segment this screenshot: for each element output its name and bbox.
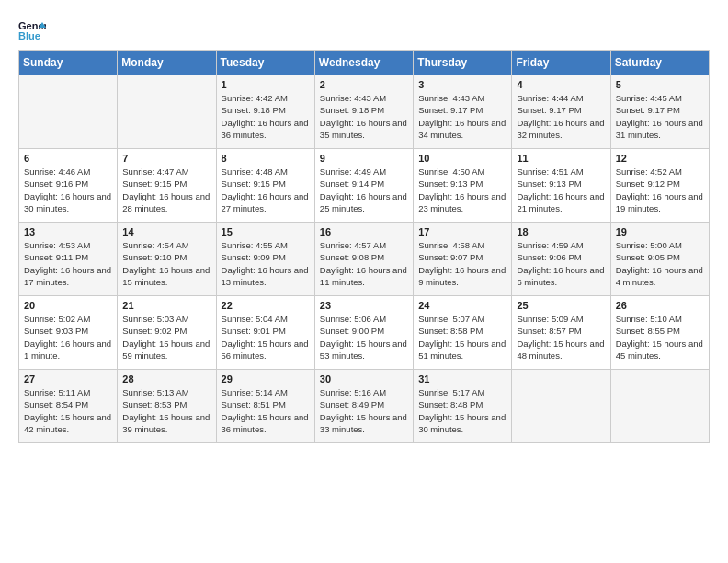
calendar-cell: 27Sunrise: 5:11 AM Sunset: 8:54 PM Dayli… [19, 370, 118, 443]
calendar-cell: 3Sunrise: 4:43 AM Sunset: 9:17 PM Daylig… [414, 75, 512, 149]
column-header-tuesday: Tuesday [216, 51, 314, 75]
day-info: Sunrise: 4:44 AM Sunset: 9:17 PM Dayligh… [517, 92, 605, 141]
day-info: Sunrise: 5:16 AM Sunset: 8:49 PM Dayligh… [320, 386, 408, 435]
day-number: 12 [616, 153, 704, 164]
day-info: Sunrise: 4:58 AM Sunset: 9:07 PM Dayligh… [418, 239, 506, 288]
column-header-wednesday: Wednesday [314, 51, 413, 75]
day-number: 7 [122, 153, 210, 164]
day-info: Sunrise: 4:57 AM Sunset: 9:08 PM Dayligh… [320, 239, 408, 288]
logo: General Blue [18, 18, 50, 40]
day-number: 10 [418, 153, 506, 164]
calendar-cell: 30Sunrise: 5:16 AM Sunset: 8:49 PM Dayli… [314, 370, 413, 443]
day-info: Sunrise: 5:10 AM Sunset: 8:55 PM Dayligh… [616, 313, 704, 362]
calendar-cell: 26Sunrise: 5:10 AM Sunset: 8:55 PM Dayli… [610, 296, 709, 370]
day-info: Sunrise: 5:04 AM Sunset: 9:01 PM Dayligh… [222, 313, 310, 362]
svg-text:Blue: Blue [18, 30, 40, 40]
day-number: 20 [24, 300, 112, 311]
calendar-cell: 19Sunrise: 5:00 AM Sunset: 9:05 PM Dayli… [610, 223, 709, 296]
day-number: 2 [320, 79, 408, 90]
day-number: 21 [122, 300, 210, 311]
calendar-cell: 21Sunrise: 5:03 AM Sunset: 9:02 PM Dayli… [118, 296, 216, 370]
day-info: Sunrise: 4:53 AM Sunset: 9:11 PM Dayligh… [24, 239, 112, 288]
day-info: Sunrise: 5:03 AM Sunset: 9:02 PM Dayligh… [122, 313, 210, 362]
day-info: Sunrise: 5:06 AM Sunset: 9:00 PM Dayligh… [320, 313, 408, 362]
day-number: 29 [222, 373, 310, 385]
calendar-cell: 1Sunrise: 4:42 AM Sunset: 9:18 PM Daylig… [216, 75, 314, 149]
calendar-cell: 15Sunrise: 4:55 AM Sunset: 9:09 PM Dayli… [216, 223, 314, 296]
calendar-cell: 13Sunrise: 4:53 AM Sunset: 9:11 PM Dayli… [19, 223, 118, 296]
column-header-sunday: Sunday [19, 51, 118, 75]
day-number: 28 [122, 373, 210, 385]
day-info: Sunrise: 4:50 AM Sunset: 9:13 PM Dayligh… [418, 166, 506, 214]
day-number: 11 [517, 153, 605, 164]
day-info: Sunrise: 4:52 AM Sunset: 9:12 PM Dayligh… [616, 166, 704, 214]
day-info: Sunrise: 4:55 AM Sunset: 9:09 PM Dayligh… [222, 239, 310, 288]
day-info: Sunrise: 5:02 AM Sunset: 9:03 PM Dayligh… [24, 313, 112, 362]
day-number: 23 [320, 300, 408, 311]
calendar-cell: 12Sunrise: 4:52 AM Sunset: 9:12 PM Dayli… [610, 149, 709, 223]
calendar-week-row: 20Sunrise: 5:02 AM Sunset: 9:03 PM Dayli… [19, 296, 710, 370]
day-info: Sunrise: 5:11 AM Sunset: 8:54 PM Dayligh… [24, 386, 112, 435]
day-number: 31 [418, 373, 506, 385]
day-info: Sunrise: 4:45 AM Sunset: 9:17 PM Dayligh… [616, 92, 704, 141]
day-number: 4 [517, 79, 605, 90]
day-number: 6 [24, 153, 112, 164]
calendar-cell [19, 75, 118, 149]
day-number: 14 [122, 226, 210, 237]
day-number: 27 [24, 373, 112, 385]
calendar-cell: 8Sunrise: 4:48 AM Sunset: 9:15 PM Daylig… [216, 149, 314, 223]
calendar-cell: 20Sunrise: 5:02 AM Sunset: 9:03 PM Dayli… [19, 296, 118, 370]
calendar-cell: 23Sunrise: 5:06 AM Sunset: 9:00 PM Dayli… [314, 296, 413, 370]
day-info: Sunrise: 4:48 AM Sunset: 9:15 PM Dayligh… [222, 166, 310, 214]
column-header-monday: Monday [118, 51, 216, 75]
day-number: 22 [222, 300, 310, 311]
day-number: 13 [24, 226, 112, 237]
calendar-cell: 7Sunrise: 4:47 AM Sunset: 9:15 PM Daylig… [118, 149, 216, 223]
day-number: 26 [616, 300, 704, 311]
calendar-table: SundayMondayTuesdayWednesdayThursdayFrid… [18, 50, 710, 443]
calendar-week-row: 27Sunrise: 5:11 AM Sunset: 8:54 PM Dayli… [19, 370, 710, 443]
day-number: 18 [517, 226, 605, 237]
day-number: 1 [222, 79, 310, 90]
day-number: 16 [320, 226, 408, 237]
calendar-cell: 6Sunrise: 4:46 AM Sunset: 9:16 PM Daylig… [19, 149, 118, 223]
day-info: Sunrise: 4:46 AM Sunset: 9:16 PM Dayligh… [24, 166, 112, 214]
page-header: General Blue [18, 18, 710, 40]
calendar-cell: 10Sunrise: 4:50 AM Sunset: 9:13 PM Dayli… [414, 149, 512, 223]
calendar-cell: 28Sunrise: 5:13 AM Sunset: 8:53 PM Dayli… [118, 370, 216, 443]
day-info: Sunrise: 5:14 AM Sunset: 8:51 PM Dayligh… [222, 386, 310, 435]
calendar-week-row: 1Sunrise: 4:42 AM Sunset: 9:18 PM Daylig… [19, 75, 710, 149]
day-info: Sunrise: 4:59 AM Sunset: 9:06 PM Dayligh… [517, 239, 605, 288]
calendar-cell [512, 370, 610, 443]
day-number: 30 [320, 373, 408, 385]
day-info: Sunrise: 4:49 AM Sunset: 9:14 PM Dayligh… [320, 166, 408, 214]
day-info: Sunrise: 5:13 AM Sunset: 8:53 PM Dayligh… [122, 386, 210, 435]
day-number: 9 [320, 153, 408, 164]
day-info: Sunrise: 5:17 AM Sunset: 8:48 PM Dayligh… [418, 386, 506, 435]
day-info: Sunrise: 4:43 AM Sunset: 9:18 PM Dayligh… [320, 92, 408, 141]
logo-icon: General Blue [18, 18, 46, 40]
calendar-week-row: 13Sunrise: 4:53 AM Sunset: 9:11 PM Dayli… [19, 223, 710, 296]
day-number: 8 [222, 153, 310, 164]
calendar-cell: 5Sunrise: 4:45 AM Sunset: 9:17 PM Daylig… [610, 75, 709, 149]
day-info: Sunrise: 5:00 AM Sunset: 9:05 PM Dayligh… [616, 239, 704, 288]
day-number: 19 [616, 226, 704, 237]
column-header-friday: Friday [512, 51, 610, 75]
day-number: 3 [418, 79, 506, 90]
calendar-cell: 14Sunrise: 4:54 AM Sunset: 9:10 PM Dayli… [118, 223, 216, 296]
calendar-cell: 17Sunrise: 4:58 AM Sunset: 9:07 PM Dayli… [414, 223, 512, 296]
calendar-cell: 2Sunrise: 4:43 AM Sunset: 9:18 PM Daylig… [314, 75, 413, 149]
day-info: Sunrise: 4:54 AM Sunset: 9:10 PM Dayligh… [122, 239, 210, 288]
calendar-cell: 29Sunrise: 5:14 AM Sunset: 8:51 PM Dayli… [216, 370, 314, 443]
day-number: 25 [517, 300, 605, 311]
day-info: Sunrise: 4:42 AM Sunset: 9:18 PM Dayligh… [222, 92, 310, 141]
day-number: 24 [418, 300, 506, 311]
column-header-thursday: Thursday [414, 51, 512, 75]
calendar-cell: 25Sunrise: 5:09 AM Sunset: 8:57 PM Dayli… [512, 296, 610, 370]
day-info: Sunrise: 5:07 AM Sunset: 8:58 PM Dayligh… [418, 313, 506, 362]
calendar-cell: 9Sunrise: 4:49 AM Sunset: 9:14 PM Daylig… [314, 149, 413, 223]
calendar-cell [118, 75, 216, 149]
calendar-header-row: SundayMondayTuesdayWednesdayThursdayFrid… [19, 51, 710, 75]
day-number: 5 [616, 79, 704, 90]
calendar-cell: 4Sunrise: 4:44 AM Sunset: 9:17 PM Daylig… [512, 75, 610, 149]
